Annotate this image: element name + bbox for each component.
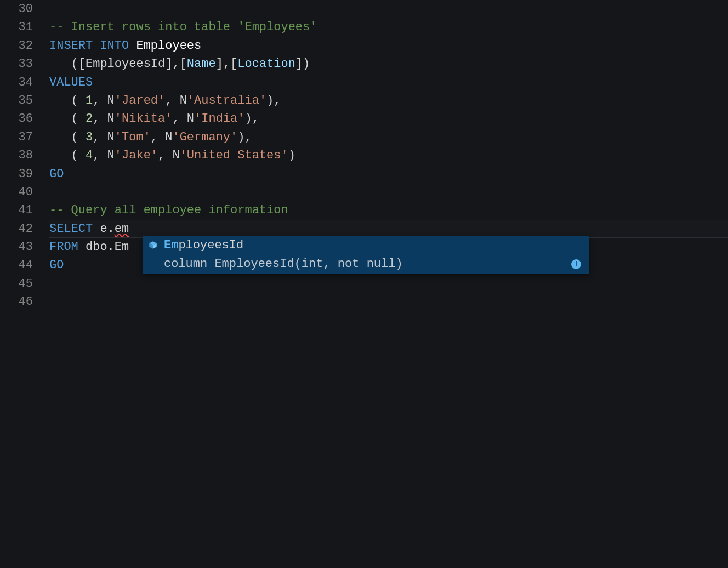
intellisense-detail: column EmployeesId(int, not null) i [143, 255, 589, 274]
code-line[interactable]: VALUES [49, 73, 728, 92]
intellisense-popup[interactable]: EmployeesId column EmployeesId(int, not … [143, 236, 589, 274]
code-line[interactable]: ( 2, N'Nikita', N'India'), [49, 110, 728, 128]
code-area[interactable]: -- Insert rows into table 'Employees' IN… [49, 0, 728, 568]
intellisense-item[interactable]: EmployeesId [143, 236, 589, 255]
code-line[interactable] [49, 293, 728, 311]
intellisense-label: EmployeesId [164, 236, 243, 254]
code-line[interactable]: SELECT e.em [49, 220, 728, 238]
code-line[interactable]: -- Query all employee information [49, 201, 728, 219]
field-icon [147, 240, 158, 251]
code-line[interactable]: GO [49, 165, 728, 183]
code-line[interactable] [49, 183, 728, 201]
code-line[interactable]: ( 3, N'Tom', N'Germany'), [49, 128, 728, 146]
info-icon[interactable]: i [571, 259, 581, 269]
code-line[interactable]: -- Insert rows into table 'Employees' [49, 18, 728, 36]
code-line[interactable]: INSERT INTO Employees [49, 37, 728, 55]
code-line[interactable]: ([EmployeesId],[Name],[Location]) [49, 55, 728, 73]
code-editor[interactable]: 30 31 32 33 34 35 36 37 38 39 40 41 42 4… [0, 0, 728, 568]
code-line[interactable]: ( 1, N'Jared', N'Australia'), [49, 92, 728, 110]
code-line[interactable] [49, 275, 728, 293]
code-line[interactable] [49, 0, 728, 18]
code-line[interactable]: ( 4, N'Jake', N'United States') [49, 146, 728, 164]
line-gutter: 30 31 32 33 34 35 36 37 38 39 40 41 42 4… [0, 0, 49, 568]
